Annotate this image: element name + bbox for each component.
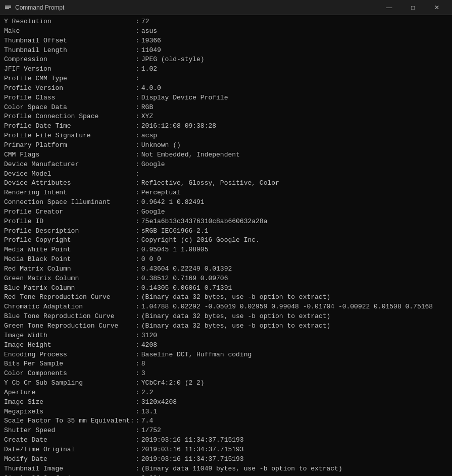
row-key: Image Height — [4, 341, 135, 350]
maximize-button[interactable]: □ — [401, 0, 424, 15]
table-row: Red Tone Reproduction Curve: (Binary dat… — [4, 293, 448, 302]
row-value: sRGB IEC61966-2.1 — [141, 227, 209, 236]
row-separator: : — [135, 293, 139, 302]
row-separator: : — [135, 464, 139, 474]
table-row: Device Attributes: Reflective, Glossy, P… — [4, 179, 448, 188]
window-icon — [4, 4, 12, 12]
row-key: Device Attributes — [4, 179, 135, 188]
row-value: 1.02 — [141, 65, 157, 74]
table-row: Device Model: — [4, 170, 448, 179]
row-value: Not Embedded, Independent — [141, 150, 240, 160]
row-separator: : — [135, 188, 139, 198]
close-button[interactable]: ✕ — [425, 0, 448, 15]
row-key: JFIF Version — [4, 65, 135, 74]
row-separator: : — [135, 445, 139, 455]
row-separator: : — [135, 217, 139, 227]
row-separator: : — [135, 274, 139, 284]
minimize-button[interactable]: — — [378, 0, 400, 15]
row-separator: : — [135, 284, 139, 293]
row-key: Chromatic Adaptation — [4, 302, 135, 312]
table-row: Profile Class: Display Device Profile — [4, 93, 448, 103]
row-separator: : — [135, 93, 139, 103]
table-row: Thumbnail Length: 11049 — [4, 46, 448, 56]
row-key: Color Space Data — [4, 103, 135, 113]
table-row: Profile CMM Type: — [4, 74, 448, 84]
row-separator: : — [135, 350, 139, 360]
row-key: Green Tone Reproduction Curve — [4, 322, 135, 331]
row-value: 0.14305 0.06061 0.71391 — [141, 284, 232, 293]
row-separator: : — [135, 341, 139, 350]
row-separator: : — [135, 245, 139, 255]
table-row: Image Height: 4208 — [4, 341, 448, 350]
row-value: 0.9642 1 0.82491 — [141, 198, 205, 207]
row-key: Profile Creator — [4, 207, 135, 217]
row-value: (Binary data 32 bytes, use -b option to … — [141, 312, 330, 322]
row-separator: : — [135, 198, 139, 207]
title-bar: Command Prompt — □ ✕ — [0, 0, 452, 15]
table-row: Profile Date Time: 2016:12:08 09:38:28 — [4, 122, 448, 131]
row-value: Google — [141, 207, 165, 217]
row-separator: : — [135, 302, 139, 312]
row-separator: : — [135, 17, 139, 27]
table-row: Rendering Intent: Perceptual — [4, 188, 448, 198]
table-row: Encoding Process: Baseline DCT, Huffman … — [4, 350, 448, 360]
table-row: Make: asus — [4, 27, 448, 36]
row-key: Make — [4, 27, 135, 36]
row-value: 11049 — [141, 46, 161, 56]
row-value: YCbCr4:2:0 (2 2) — [141, 379, 205, 388]
row-separator: : — [135, 227, 139, 236]
row-key: Rendering Intent — [4, 188, 135, 198]
row-key: Megapixels — [4, 407, 135, 417]
row-separator: : — [135, 322, 139, 331]
row-value: 8 — [141, 359, 145, 369]
row-key: Red Tone Reproduction Curve — [4, 293, 135, 302]
row-separator: : — [135, 379, 139, 388]
row-value: 1/752 — [141, 426, 161, 436]
row-key: Encoding Process — [4, 350, 135, 360]
row-key: Y Resolution — [4, 17, 135, 27]
row-separator: : — [135, 236, 139, 245]
row-key: Green Matrix Column — [4, 274, 135, 284]
table-row: Chromatic Adaptation: 1.04788 0.02292 -0… — [4, 302, 448, 312]
row-separator: : — [135, 398, 139, 407]
row-separator: : — [135, 46, 139, 56]
row-key: Media White Point — [4, 245, 135, 255]
table-row: Shutter Speed: 1/752 — [4, 426, 448, 436]
row-separator: : — [135, 84, 139, 93]
svg-rect-2 — [5, 8, 9, 9]
table-row: Color Components: 3 — [4, 369, 448, 379]
row-value: 0.95045 1 1.08905 — [141, 245, 209, 255]
row-key: Media Black Point — [4, 255, 135, 265]
table-row: Create Date: 2019:03:16 11:34:37.715193 — [4, 436, 448, 445]
row-value: 0 0 0 — [141, 255, 161, 265]
window-controls: — □ ✕ — [378, 0, 448, 15]
row-value: (Binary data 32 bytes, use -b option to … — [141, 293, 330, 302]
row-value: 0.38512 0.7169 0.09706 — [141, 274, 228, 284]
row-key: Thumbnail Length — [4, 46, 135, 56]
table-row: Profile Copyright: Copyright (c) 2016 Go… — [4, 236, 448, 245]
table-row: Thumbnail Image: (Binary data 11049 byte… — [4, 464, 448, 474]
table-row: Device Manufacturer: Google — [4, 160, 448, 170]
row-separator: : — [135, 65, 139, 74]
row-key: Color Components — [4, 369, 135, 379]
row-key: Profile Description — [4, 227, 135, 236]
table-row: Aperture: 2.2 — [4, 388, 448, 398]
table-row: Profile Description: sRGB IEC61966-2.1 — [4, 227, 448, 236]
row-value: XYZ — [141, 112, 153, 122]
table-row: Profile Creator: Google — [4, 207, 448, 217]
table-row: CMM Flags: Not Embedded, Independent — [4, 150, 448, 160]
row-separator: : — [135, 455, 139, 464]
row-value: RGB — [141, 103, 153, 113]
row-value: Reflective, Glossy, Positive, Color — [141, 179, 279, 188]
row-value: 3120x4208 — [141, 398, 177, 407]
row-key: Profile Class — [4, 93, 135, 103]
table-row: Media White Point: 0.95045 1 1.08905 — [4, 245, 448, 255]
row-separator: : — [135, 255, 139, 265]
row-separator: : — [135, 27, 139, 36]
table-row: JFIF Version: 1.02 — [4, 65, 448, 74]
row-key: Red Matrix Column — [4, 265, 135, 274]
row-key: Profile File Signature — [4, 131, 135, 141]
table-row: Green Matrix Column: 0.38512 0.7169 0.09… — [4, 274, 448, 284]
table-row: Green Tone Reproduction Curve: (Binary d… — [4, 322, 448, 331]
row-key: Aperture — [4, 388, 135, 398]
